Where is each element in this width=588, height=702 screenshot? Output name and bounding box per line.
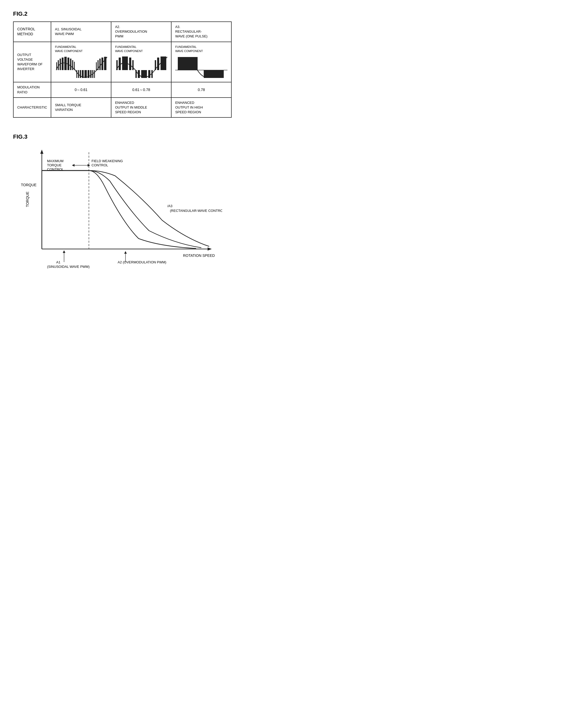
col-a1-characteristic: SMALL TORQUE VARIATION bbox=[51, 98, 111, 118]
torque-axis-label: TORQUE bbox=[25, 192, 29, 207]
max-torque-label: MAXIMUM bbox=[47, 159, 63, 163]
svg-rect-27 bbox=[132, 60, 134, 70]
col-a3-header: A3. RECTANGULAR- WAVE (ONE PULSE) bbox=[171, 22, 232, 42]
svg-text:(SINUSOIDAL WAVE PWM): (SINUSOIDAL WAVE PWM) bbox=[47, 265, 90, 269]
fig2-label: FIG.2 bbox=[13, 10, 222, 17]
col-a3-modulation: 0.78 bbox=[171, 82, 232, 97]
fig3-diagram: TORQUE TORQUE ROTATION SPEED MAXIMUM TOR… bbox=[13, 144, 222, 280]
svg-rect-31 bbox=[148, 70, 150, 78]
torque-label: TORQUE bbox=[21, 183, 37, 187]
field-weakening-label: FIELD WEAKENING bbox=[92, 159, 123, 163]
svg-marker-45 bbox=[207, 247, 212, 251]
table-row-characteristic: CHARACTERISTIC SMALL TORQUE VARIATION EN… bbox=[13, 98, 232, 118]
svg-rect-18 bbox=[96, 62, 97, 70]
rotation-speed-label: ROTATION SPEED bbox=[183, 253, 215, 258]
fig3-section: FIG.3 TORQUE TORQUE ROTATION SPEED MAXIM… bbox=[13, 133, 222, 280]
control-method-label: CONTROL METHOD bbox=[13, 22, 51, 42]
col-a1-header: A1. SINUSOIDAL WAVE PWM bbox=[51, 22, 111, 42]
svg-rect-20 bbox=[99, 58, 101, 70]
svg-text:CONTROL: CONTROL bbox=[92, 163, 108, 167]
a2-waveform-svg bbox=[115, 54, 167, 78]
svg-text:(RECTANGULAR-WAVE CONTROL): (RECTANGULAR-WAVE CONTROL) bbox=[170, 209, 222, 213]
fig2-section: FIG.2 CONTROL METHOD A1. SINUSOIDAL WAVE… bbox=[13, 10, 222, 118]
a3-label: /A3 bbox=[167, 204, 172, 208]
col-a3-waveform: FUNDAMENTAL WAVE COMPONENT bbox=[171, 42, 232, 82]
a3-waveform-svg bbox=[175, 54, 228, 78]
col-a3-characteristic: ENHANCED OUTPUT IN HIGH SPEED REGION bbox=[171, 98, 232, 118]
svg-rect-24 bbox=[119, 57, 121, 70]
svg-rect-11 bbox=[80, 70, 81, 78]
svg-marker-60 bbox=[124, 251, 127, 254]
fig3-label: FIG.3 bbox=[13, 133, 222, 140]
svg-rect-17 bbox=[94, 70, 95, 78]
svg-rect-15 bbox=[90, 70, 92, 78]
col-a2-header: A2. OVERMODULATION PWM bbox=[111, 22, 171, 42]
modulation-ratio-label: MODULATION RATIO bbox=[13, 82, 51, 97]
col-a2-characteristic: ENHANCED OUTPUT IN MIDDLE SPEED REGION bbox=[111, 98, 171, 118]
svg-rect-6 bbox=[70, 58, 71, 70]
svg-rect-34 bbox=[157, 57, 159, 70]
col-a2-modulation: 0.61～0.78 bbox=[111, 82, 171, 97]
a1-waveform-svg bbox=[55, 54, 107, 78]
fig2-table: CONTROL METHOD A1. SINUSOIDAL WAVE PWM A… bbox=[13, 21, 232, 118]
svg-marker-43 bbox=[40, 150, 43, 154]
a1-label: A1 bbox=[56, 260, 60, 264]
characteristic-label: CHARACTERISTIC bbox=[13, 98, 51, 118]
svg-marker-52 bbox=[72, 164, 75, 166]
table-row-waveform: OUTPUT VOLTAGE WAVEFORM OF INVERTER FUND… bbox=[13, 42, 232, 82]
output-voltage-label: OUTPUT VOLTAGE WAVEFORM OF INVERTER bbox=[13, 42, 51, 82]
col-a1-waveform: FUNDAMENTAL WAVE COMPONENT bbox=[51, 42, 111, 82]
svg-marker-58 bbox=[63, 250, 65, 253]
svg-rect-13 bbox=[85, 70, 87, 78]
svg-rect-3 bbox=[62, 57, 63, 70]
svg-rect-7 bbox=[72, 60, 73, 70]
a2-label: A2 (OVERMODULATION PWM) bbox=[118, 260, 166, 264]
col-a2-waveform: FUNDAMENTAL WAVE COMPONENT bbox=[111, 42, 171, 82]
col-a1-modulation: 0～0.61 bbox=[51, 82, 111, 97]
svg-text:TORQUE: TORQUE bbox=[47, 163, 62, 167]
table-row-modulation: MODULATION RATIO 0～0.61 0.61～0.78 0.78 bbox=[13, 82, 232, 97]
svg-rect-9 bbox=[77, 70, 77, 78]
svg-rect-36 bbox=[178, 57, 197, 70]
svg-rect-26 bbox=[129, 57, 131, 70]
svg-text:CONTROL: CONTROL bbox=[47, 167, 64, 171]
table-row-header: CONTROL METHOD A1. SINUSOIDAL WAVE PWM A… bbox=[13, 22, 232, 42]
